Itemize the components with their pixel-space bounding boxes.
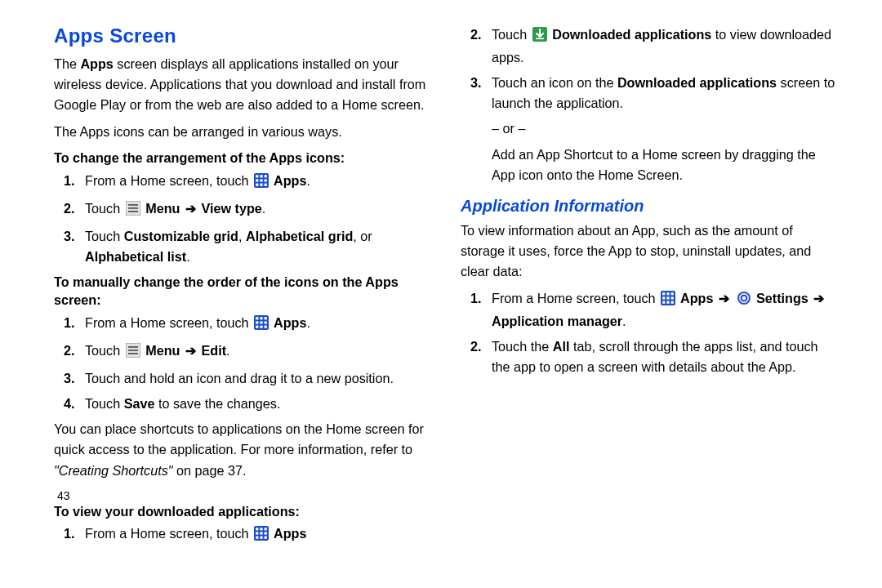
arrow-icon [812,291,826,305]
apps-icon [254,173,269,194]
subhead-change-arrangement: To change the arrangement of the Apps ic… [54,149,431,167]
step: Touch Customizable grid, Alphabetical gr… [85,226,431,267]
settings-icon [737,291,751,311]
list-change-arrangement: From a Home screen, touch Apps. Touch Me… [54,171,431,267]
heading-app-info: Application Information [461,197,838,216]
list-app-info: From a Home screen, touch Apps Settings … [461,288,838,377]
heading-apps-screen: Apps Screen [54,24,431,47]
step: From a Home screen, touch Apps. [85,313,431,336]
download-icon [532,27,547,47]
step: From a Home screen, touch Apps [85,523,431,546]
step: Touch Save to save the changes. [85,394,431,414]
menu-icon [126,201,140,221]
step: Touch the All tab, scroll through the ap… [492,336,838,377]
step: Touch Menu View type. [85,198,431,221]
page-number: 43 [57,489,431,502]
arrow-icon [184,343,198,358]
step: Touch an icon on the Downloaded applicat… [492,73,838,185]
list-manual-order: From a Home screen, touch Apps. Touch Me… [54,313,431,414]
appinfo-paragraph: To view information about an App, such a… [461,220,838,282]
intro-paragraph-2: The Apps icons can be arranged in variou… [54,122,431,142]
arrow-icon [717,291,731,305]
apps-icon [254,526,269,546]
subhead-manual-order: To manually change the order of the icon… [54,273,431,310]
subhead-view-downloaded: To view your downloaded applications: [54,502,431,521]
step: Touch Menu Edit. [85,341,431,363]
step: Touch Downloaded applications to view do… [492,24,838,68]
intro-paragraph-1: The Apps screen displays all application… [54,54,431,115]
apps-icon [254,315,269,336]
shortcut-paragraph: You can place shortcuts to applications … [54,419,431,480]
menu-icon [126,343,140,363]
step: From a Home screen, touch Apps. [85,171,431,194]
arrow-icon [184,201,198,216]
step: From a Home screen, touch Apps Settings … [492,288,838,332]
apps-icon [661,291,675,311]
manual-page: Apps Screen The Apps screen displays all… [0,0,882,555]
step: Touch and hold an icon and drag it to a … [85,368,431,389]
